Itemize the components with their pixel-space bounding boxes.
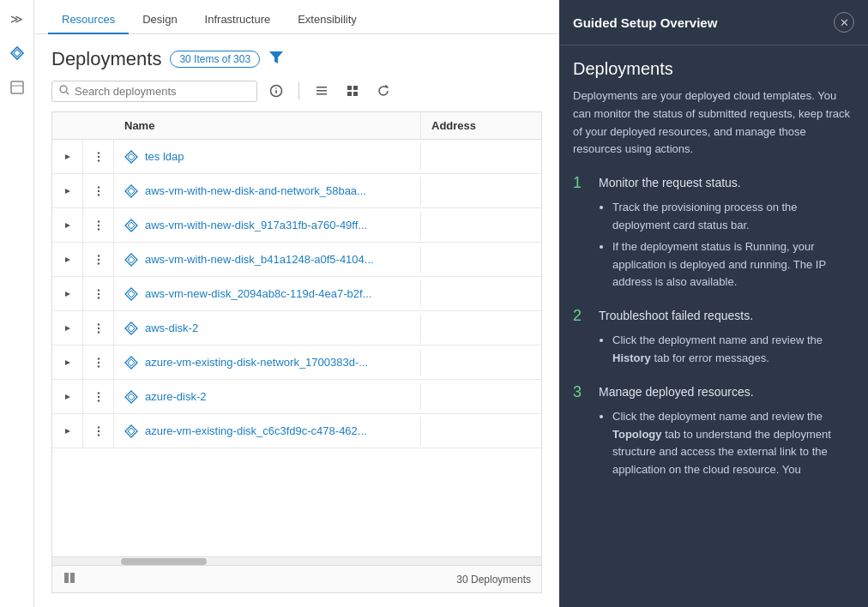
expand-cell[interactable] [52,208,83,242]
deployment-name: azure-vm-existing-disk_c6c3fd9c-c478-462… [145,424,367,437]
panel-content[interactable]: Deployments Deployments are your deploye… [559,45,868,607]
expand-cell[interactable] [52,414,83,448]
action-cell[interactable] [83,311,114,345]
expand-cell[interactable] [52,140,83,173]
name-cell[interactable]: aws-vm-new-disk_2094ab8c-119d-4ea7-b2f..… [114,280,421,308]
main-content: Resources Design Infrastructure Extensib… [34,0,559,607]
svg-point-43 [97,361,99,363]
columns-icon[interactable] [63,571,76,587]
action-cell[interactable] [83,414,114,448]
panel-section-title: Deployments [573,59,854,79]
svg-marker-33 [65,291,70,297]
tab-extensibility[interactable]: Extensibility [284,6,371,34]
svg-point-26 [97,220,99,222]
deployment-name: aws-vm-new-disk_2094ab8c-119d-4ea7-b2f..… [145,287,371,300]
grid-view-btn[interactable] [341,79,365,103]
box-nav-icon[interactable] [5,75,29,99]
svg-marker-21 [65,189,70,194]
step-bullets: Click the deployment name and review the… [599,408,854,479]
address-cell [421,424,541,438]
list-view-btn[interactable] [310,79,334,103]
table-header: Name Address [52,112,541,140]
svg-marker-45 [65,394,70,400]
step-header: 2 Troubleshoot failed requests. [573,307,854,325]
name-cell[interactable]: aws-disk-2 [114,315,421,342]
table-row: aws-vm-with-new-disk_b41a1248-a0f5-4104.… [52,243,541,277]
deployment-name: azure-disk-2 [145,390,207,403]
tab-design[interactable]: Design [129,6,190,34]
horizontal-scrollbar[interactable] [52,556,541,565]
action-cell[interactable] [83,243,114,276]
deployment-name: tes ldap [145,150,184,163]
action-cell[interactable] [83,380,114,413]
action-cell[interactable] [83,208,114,242]
svg-rect-12 [316,93,327,95]
expand-cell[interactable] [52,311,83,345]
action-cell[interactable] [83,346,114,379]
name-cell[interactable]: tes ldap [114,143,421,171]
svg-rect-53 [64,573,69,583]
close-panel-btn[interactable]: ✕ [834,12,854,33]
tab-infrastructure[interactable]: Infrastructure [191,6,285,34]
panel-title: Guided Setup Overview [573,15,717,30]
svg-point-52 [97,434,99,436]
table-row: aws-disk-2 [52,311,541,346]
svg-rect-2 [11,81,23,93]
expand-cell[interactable] [52,346,83,379]
svg-rect-13 [347,86,352,90]
svg-point-48 [97,400,99,401]
name-cell[interactable]: azure-vm-existing-disk_c6c3fd9c-c478-462… [114,418,421,445]
action-cell[interactable] [83,140,114,173]
address-cell [421,390,541,404]
action-cell[interactable] [83,277,114,310]
table-footer: 30 Deployments [52,565,541,592]
close-icon: ✕ [840,16,849,29]
svg-rect-10 [316,87,327,88]
step-2: 2 Troubleshoot failed requests. Click th… [573,307,854,368]
svg-rect-16 [353,92,358,96]
table-row: tes ldap [52,140,541,174]
table-scroll[interactable]: tes ldap aws-vm-with-new-disk-and-networ… [52,140,541,556]
page-title: Deployments [51,48,161,70]
svg-rect-54 [70,573,75,583]
svg-marker-37 [65,326,70,331]
svg-rect-1 [13,50,20,57]
sidebar-toggle-btn[interactable]: ≫ [5,7,29,31]
tab-resources[interactable]: Resources [48,6,129,34]
expand-cell[interactable] [52,380,83,413]
svg-rect-11 [316,90,327,92]
action-cell[interactable] [83,174,114,207]
panel-description: Deployments are your deployed cloud temp… [573,87,854,159]
svg-point-19 [97,155,99,157]
table-row: aws-vm-with-new-disk_917a31fb-a760-49ff.… [52,208,541,243]
svg-marker-25 [65,223,70,228]
name-cell[interactable]: azure-vm-existing-disk-network_1700383d-… [114,349,421,376]
step-bullet: Track the provisioning process on the de… [612,199,854,235]
name-cell[interactable]: aws-vm-with-new-disk-and-network_58baa..… [114,177,421,205]
svg-marker-49 [65,429,70,434]
search-box[interactable] [51,81,257,102]
name-cell[interactable]: aws-vm-with-new-disk_b41a1248-a0f5-4104.… [114,246,421,273]
expand-cell[interactable] [52,243,83,276]
name-cell[interactable]: aws-vm-with-new-disk_917a31fb-a760-49ff.… [114,212,421,239]
search-input[interactable] [75,85,250,98]
expand-cell[interactable] [52,174,83,207]
address-col-header: Address [421,112,541,139]
svg-point-23 [97,189,99,191]
info-btn[interactable] [264,79,288,103]
expand-cell[interactable] [52,277,83,310]
footer-count: 30 Deployments [456,574,531,586]
deployment-name: aws-disk-2 [145,322,198,334]
address-cell [421,287,541,301]
svg-point-40 [97,331,99,333]
address-cell [421,356,541,370]
svg-point-30 [97,255,99,256]
refresh-btn[interactable] [371,79,395,103]
step-header: 3 Manage deployed resources. [573,383,854,401]
address-cell [421,184,541,198]
step-1: 1 Monitor the request status. Track the … [573,174,854,291]
diamond-nav-icon[interactable] [5,41,29,65]
table-row: azure-vm-existing-disk-network_1700383d-… [52,346,541,380]
filter-icon[interactable] [268,50,284,69]
name-cell[interactable]: azure-disk-2 [114,383,421,411]
